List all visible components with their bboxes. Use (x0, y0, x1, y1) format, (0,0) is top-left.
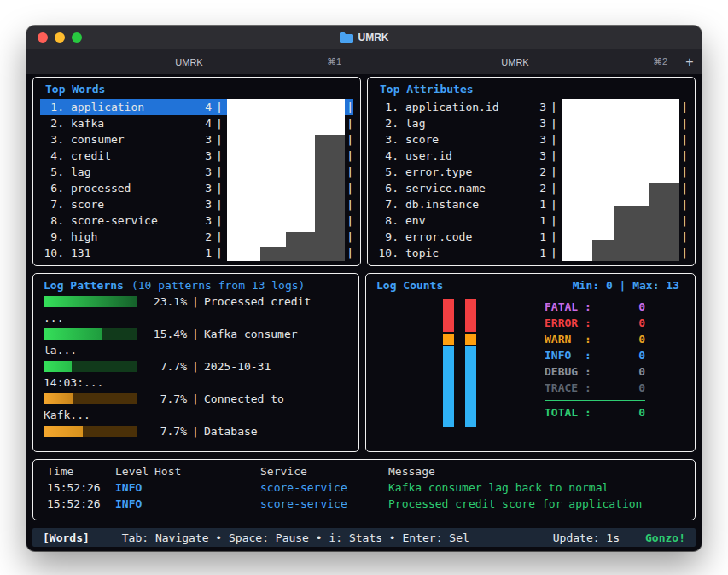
legend-total: TOTAL :0 (545, 404, 645, 421)
item-label: score (399, 131, 533, 148)
legend-value: 0 (591, 404, 645, 421)
item-rank: 6. (40, 180, 64, 196)
table-cell-time: 15:52:26 (47, 479, 115, 496)
item-rank: 8. (40, 212, 64, 229)
pattern-percent: 23.1% (146, 293, 187, 310)
spark-delimiter: | (212, 196, 227, 212)
item-count: 1 (198, 245, 212, 261)
table-cell-service: score-service (260, 496, 388, 512)
table-row[interactable]: 15:52:26INFOscore-serviceProcessed credi… (47, 496, 688, 512)
legend-item: INFO :0 (545, 347, 645, 363)
folder-icon (340, 32, 353, 43)
pattern-item[interactable]: 15.4%|Kafka consumer (40, 326, 352, 342)
spark-delimiter: | (212, 115, 227, 131)
spark-delimiter: | (212, 148, 227, 164)
item-count: 2 (198, 229, 212, 245)
spark-delimiter: | (679, 196, 688, 212)
minimize-button[interactable] (55, 32, 65, 43)
spark-delimiter: | (212, 229, 227, 245)
spark-delimiter: | (212, 99, 227, 115)
histogram-bar (260, 247, 286, 261)
legend-value: 0 (591, 380, 645, 396)
pattern-bar-fill (44, 393, 73, 404)
item-count: 3 (198, 212, 212, 229)
item-count: 1 (533, 212, 546, 229)
item-label: application (64, 99, 198, 115)
pattern-bar (44, 393, 137, 404)
count-bar (443, 299, 454, 427)
tab-bar: UMRK ⌘1 UMRK ⌘2 + (26, 49, 702, 74)
legend-label: TRACE : (545, 380, 591, 396)
panel-top-words: Top Words 1.application4||2.kafka4||3.co… (32, 77, 361, 266)
item-count: 3 (198, 180, 212, 196)
item-count: 3 (533, 99, 546, 115)
spark-delimiter: | (345, 229, 353, 245)
spark-delimiter: | (546, 115, 562, 131)
item-rank: 4. (375, 148, 399, 164)
spark-delimiter: | (345, 180, 353, 196)
item-rank: 9. (375, 229, 399, 245)
table-cell-level: INFO (115, 496, 154, 512)
log-patterns-title: Log Patterns (40, 277, 124, 293)
top-attributes-list: 1.application.id3||2.lag3||3.score3||4.u… (375, 99, 688, 261)
legend-item: TRACE :0 (545, 380, 645, 396)
panel-log-counts: Log Counts Min: 0 | Max: 13 FATAL :0ERRO… (365, 273, 696, 452)
spark-delimiter: | (546, 131, 562, 148)
item-label: application.id (399, 99, 533, 115)
spark-delimiter: | (212, 180, 227, 196)
tab-1[interactable]: UMRK ⌘1 (26, 49, 352, 74)
tab-2[interactable]: UMRK ⌘2 (352, 49, 678, 74)
pattern-bar-fill (44, 328, 102, 340)
item-label: 131 (64, 245, 198, 261)
top-panels-row: Top Words 1.application4||2.kafka4||3.co… (32, 77, 696, 266)
legend-separator (545, 400, 645, 401)
table-cell-host (154, 479, 260, 496)
item-rank: 1. (40, 99, 64, 115)
new-tab-button[interactable]: + (678, 49, 702, 74)
spark-delimiter: | (546, 245, 562, 261)
tab-label: UMRK (501, 57, 528, 67)
status-bar: [Words] Tab: Navigate • Space: Pause • i… (32, 528, 696, 547)
histogram-bar (286, 232, 316, 261)
tab-shortcut: ⌘2 (653, 56, 667, 67)
count-bar (465, 299, 476, 427)
pattern-item[interactable]: 7.7%|2025-10-31 (40, 358, 352, 375)
table-cell-level: INFO (115, 479, 154, 496)
item-label: env (399, 212, 533, 229)
pattern-text-wrap: 14:03:... (40, 375, 352, 391)
pattern-item[interactable]: 7.7%|Connected to (40, 391, 352, 407)
item-count: 1 (533, 245, 546, 261)
pattern-text-wrap: Kafk... (40, 407, 352, 423)
item-rank: 6. (375, 180, 399, 196)
legend-label: INFO : (545, 347, 591, 363)
table-row[interactable]: 15:52:26INFOscore-serviceKafka consumer … (47, 479, 688, 496)
spark-delimiter: | (546, 164, 562, 180)
item-count: 3 (533, 131, 546, 148)
pattern-bar-fill (44, 426, 83, 437)
item-rank: 1. (375, 99, 399, 115)
zoom-button[interactable] (72, 32, 82, 43)
item-rank: 4. (40, 148, 64, 164)
item-rank: 7. (375, 196, 399, 212)
spark-delimiter: | (212, 245, 227, 261)
legend-label: ERROR : (545, 315, 591, 331)
item-count: 3 (198, 148, 212, 164)
item-label: service.name (399, 180, 533, 196)
item-rank: 10. (375, 245, 399, 261)
pattern-item[interactable]: 7.7%|Database (40, 423, 352, 439)
close-button[interactable] (38, 32, 48, 43)
log-counts-title-row: Log Counts Min: 0 | Max: 13 (375, 277, 686, 293)
item-rank: 2. (375, 115, 399, 131)
item-count: 2 (533, 180, 546, 196)
window-title-group: UMRK (26, 26, 702, 49)
title-bar: UMRK (26, 26, 702, 49)
pattern-separator: | (187, 326, 204, 342)
legend-value: 0 (591, 363, 645, 380)
table-cell-service: score-service (260, 479, 388, 496)
item-label: processed (64, 180, 198, 196)
pattern-item[interactable]: 23.1%|Processed credit (40, 293, 352, 310)
panel-top-attributes: Top Attributes 1.application.id3||2.lag3… (367, 77, 696, 266)
attributes-histogram (562, 99, 679, 261)
window-title: UMRK (358, 32, 389, 44)
item-count: 3 (198, 164, 212, 180)
